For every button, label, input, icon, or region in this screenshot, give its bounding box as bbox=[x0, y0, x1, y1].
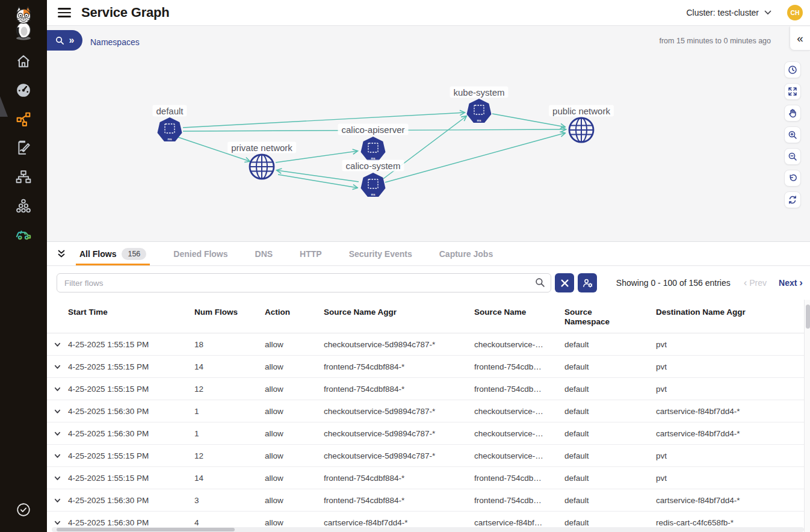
zoom-out-icon bbox=[788, 152, 797, 161]
tab-security-events[interactable]: Security Events bbox=[345, 242, 416, 265]
table-row[interactable]: 4-25-2025 1:56:30 PM 3 allow frontend-75… bbox=[47, 489, 804, 512]
sidebar-item-dashboard[interactable] bbox=[0, 78, 47, 102]
cluster-selector[interactable]: Cluster: test-cluster bbox=[686, 8, 771, 17]
collapse-panel-icon: « bbox=[797, 32, 803, 45]
horizontal-scrollbar[interactable] bbox=[52, 527, 804, 532]
node-calico-apiserver[interactable] bbox=[361, 137, 386, 161]
node-label[interactable]: calico-apiserver bbox=[338, 124, 408, 135]
row-expand-button[interactable] bbox=[47, 407, 68, 415]
vertical-scrollbar[interactable] bbox=[804, 300, 810, 532]
tab-capture-jobs[interactable]: Capture Jobs bbox=[436, 242, 496, 265]
pan-button[interactable] bbox=[784, 105, 801, 122]
table-row[interactable]: 4-25-2025 1:56:30 PM 1 allow checkoutser… bbox=[47, 422, 804, 445]
service-graph-app: Service Graph Cluster: test-cluster CH »… bbox=[0, 0, 810, 532]
column-header[interactable]: Source Name Aggr bbox=[324, 300, 474, 333]
zoom-in-button[interactable] bbox=[784, 126, 801, 143]
row-expand-button[interactable] bbox=[47, 496, 68, 504]
sidebar-item-verified[interactable] bbox=[0, 498, 47, 522]
chevron-down-icon bbox=[54, 363, 61, 371]
refresh-button[interactable] bbox=[784, 191, 801, 208]
cell-action: allow bbox=[265, 385, 324, 394]
node-default[interactable] bbox=[158, 117, 182, 141]
row-expand-button[interactable] bbox=[47, 363, 68, 371]
column-header[interactable]: Start Time bbox=[68, 300, 194, 333]
filter-flows-input[interactable] bbox=[57, 273, 551, 292]
tab-denied-flows[interactable]: Denied Flows bbox=[170, 242, 231, 265]
search-icon[interactable] bbox=[535, 277, 545, 288]
collapse-flows-panel-button[interactable] bbox=[47, 242, 76, 265]
tab-dns[interactable]: DNS bbox=[252, 242, 277, 265]
customize-columns-button[interactable] bbox=[578, 273, 597, 292]
node-public-network[interactable] bbox=[569, 118, 593, 142]
row-expand-button[interactable] bbox=[47, 341, 68, 348]
horizontal-scrollbar-thumb[interactable] bbox=[57, 528, 235, 531]
time-settings-button[interactable] bbox=[784, 61, 801, 78]
cell-start-time: 4-25-2025 1:56:30 PM bbox=[68, 518, 194, 527]
avatar[interactable]: CH bbox=[787, 5, 803, 20]
fit-to-screen-button[interactable] bbox=[784, 83, 801, 100]
node-label[interactable]: private network bbox=[227, 142, 296, 153]
flows-filter-row: Showing 0 - 100 of 156 entries ‹ Prev Ne… bbox=[47, 266, 810, 300]
table-row[interactable]: 4-25-2025 1:55:15 PM 18 allow checkoutse… bbox=[47, 333, 804, 356]
table-row[interactable]: 4-25-2025 1:55:15 PM 14 allow frontend-7… bbox=[47, 467, 804, 489]
column-header[interactable]: Num Flows bbox=[194, 300, 265, 333]
graph-layer[interactable]: ns bbox=[47, 51, 810, 242]
node-label[interactable]: calico-system bbox=[342, 160, 404, 172]
prev-page-button[interactable]: ‹ Prev bbox=[744, 277, 767, 289]
sidebar-item-clusters[interactable] bbox=[0, 194, 47, 218]
collapse-right-panel-button[interactable]: « bbox=[790, 26, 810, 51]
cell-source-name-aggr: checkoutservice-5d9894c787-* bbox=[324, 451, 474, 460]
cell-source-name: frontend-754cdb… bbox=[474, 496, 564, 505]
column-header[interactable]: Source Namespace bbox=[564, 300, 656, 333]
tab-all-flows[interactable]: All Flows 156 bbox=[76, 242, 150, 265]
cell-dest-name-aggr: cartservice-f84bf7dd4-* bbox=[656, 429, 804, 438]
next-page-button[interactable]: Next › bbox=[779, 277, 803, 289]
table-row[interactable]: 4-25-2025 1:55:15 PM 14 allow frontend-7… bbox=[47, 356, 804, 378]
chevron-down-icon bbox=[54, 474, 61, 482]
cell-num-flows: 12 bbox=[194, 385, 265, 394]
cell-start-time: 4-25-2025 1:55:15 PM bbox=[68, 474, 194, 483]
search-icon bbox=[55, 36, 64, 45]
sidebar-item-car[interactable] bbox=[0, 222, 47, 246]
table-row[interactable]: 4-25-2025 1:55:15 PM 12 allow frontend-7… bbox=[47, 378, 804, 400]
sidebar-item-network-topology[interactable] bbox=[0, 165, 47, 189]
sidebar-item-reports[interactable] bbox=[0, 136, 47, 160]
dashboard-gauge-icon bbox=[16, 82, 31, 98]
sidebar-item-home[interactable] bbox=[0, 49, 47, 73]
car-icon bbox=[15, 226, 32, 243]
table-row[interactable]: 4-25-2025 1:55:15 PM 12 allow checkoutse… bbox=[47, 445, 804, 467]
table-row[interactable]: 4-25-2025 1:56:30 PM 1 allow checkoutser… bbox=[47, 400, 804, 422]
node-calico-system[interactable] bbox=[361, 173, 386, 197]
row-expand-button[interactable] bbox=[47, 452, 68, 460]
node-kube-system[interactable] bbox=[467, 99, 492, 123]
tab-http[interactable]: HTTP bbox=[296, 242, 326, 265]
column-header[interactable]: Source Name bbox=[474, 300, 564, 333]
cell-start-time: 4-25-2025 1:56:30 PM bbox=[68, 429, 194, 438]
node-label[interactable]: kube-system bbox=[450, 87, 508, 98]
node-private-network[interactable] bbox=[250, 155, 274, 179]
cell-source-name: checkoutservice-… bbox=[474, 451, 564, 460]
row-expand-button[interactable] bbox=[47, 385, 68, 393]
cell-dest-name-aggr: cartservice-f84bf7dd4-* bbox=[656, 496, 804, 505]
cell-source-name: cartservice-f84bf… bbox=[474, 518, 564, 527]
cell-num-flows: 14 bbox=[194, 474, 265, 483]
column-header[interactable]: Action bbox=[265, 300, 324, 333]
row-expand-button[interactable] bbox=[47, 430, 68, 438]
breadcrumb[interactable]: Namespaces bbox=[90, 37, 140, 47]
hamburger-menu-icon[interactable] bbox=[58, 8, 71, 17]
row-expand-button[interactable] bbox=[47, 519, 68, 527]
column-header[interactable]: Destination Name Aggr bbox=[656, 300, 804, 333]
reset-view-button[interactable] bbox=[784, 170, 801, 187]
graph-search-pill[interactable]: » bbox=[47, 30, 82, 51]
vertical-scrollbar-thumb[interactable] bbox=[806, 305, 810, 329]
node-label[interactable]: default bbox=[152, 105, 187, 117]
cell-start-time: 4-25-2025 1:55:15 PM bbox=[68, 362, 194, 371]
node-label[interactable]: public network bbox=[549, 105, 614, 117]
cell-start-time: 4-25-2025 1:56:30 PM bbox=[68, 496, 194, 505]
clear-filter-button[interactable] bbox=[555, 273, 574, 292]
row-expand-button[interactable] bbox=[47, 474, 68, 482]
cell-dest-name-aggr: pvt bbox=[656, 362, 804, 371]
zoom-out-button[interactable] bbox=[784, 148, 801, 165]
sidebar-item-service-graph[interactable] bbox=[0, 107, 47, 131]
calico-cat-logo bbox=[11, 6, 36, 41]
